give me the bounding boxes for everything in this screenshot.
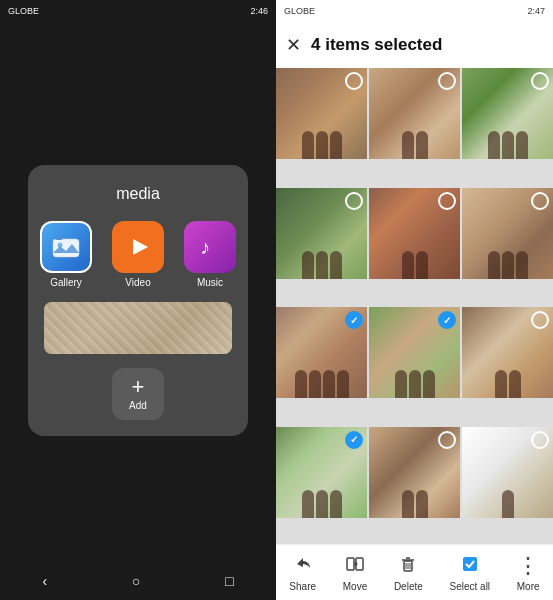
photo-cell-1[interactable] [276,68,367,159]
photo-people-10 [276,463,367,518]
photo-cell-8[interactable] [369,307,460,398]
svg-rect-4 [55,235,63,240]
photo-grid [276,68,553,544]
photo-people-6 [462,224,553,279]
photo-people-7 [276,343,367,398]
photo-cell-5[interactable] [369,188,460,279]
gallery-item[interactable]: Gallery [40,221,92,288]
photo-people-8 [369,343,460,398]
check-1[interactable] [345,72,363,90]
video-icon [123,232,153,262]
share-icon [293,554,313,579]
music-icon-box: ♪ [184,221,236,273]
check-10[interactable] [345,431,363,449]
photo-cell-6[interactable] [462,188,553,279]
photo-people-3 [462,104,553,159]
photo-cell-11[interactable] [369,427,460,518]
check-4[interactable] [345,192,363,210]
bottom-nav-left: ‹ ○ □ [0,562,276,600]
share-button[interactable]: Share [289,554,316,592]
home-button[interactable]: ○ [132,573,140,589]
svg-rect-14 [463,557,477,571]
delete-icon [398,554,418,579]
photo-people-4 [276,224,367,279]
move-icon [345,554,365,579]
carrier-right: GLOBE [284,6,315,16]
music-icon: ♪ [195,232,225,262]
photo-people-9 [462,343,553,398]
photo-people-2 [369,104,460,159]
top-bar: ✕ 4 items selected [276,22,553,68]
svg-text:♪: ♪ [200,236,210,258]
gallery-label: Gallery [50,277,82,288]
close-button[interactable]: ✕ [286,36,301,54]
right-panel: GLOBE 2:47 ✕ 4 items selected [276,0,553,600]
add-icon: + [132,376,145,398]
video-label: Video [125,277,150,288]
more-label: More [517,581,540,592]
add-button[interactable]: + Add [112,368,164,420]
check-5[interactable] [438,192,456,210]
photo-cell-2[interactable] [369,68,460,159]
check-7[interactable] [345,311,363,329]
photo-cell-10[interactable] [276,427,367,518]
status-bar-right: GLOBE 2:47 [276,0,553,22]
select-all-label: Select all [450,581,491,592]
preview-stripes [44,302,232,354]
carrier-left: GLOBE [8,6,39,16]
gallery-icon [50,231,82,263]
music-item[interactable]: ♪ Music [184,221,236,288]
check-6[interactable] [531,192,549,210]
share-label: Share [289,581,316,592]
photo-cell-4[interactable] [276,188,367,279]
back-button[interactable]: ‹ [42,573,47,589]
photo-people-5 [369,224,460,279]
check-2[interactable] [438,72,456,90]
move-button[interactable]: Move [343,554,367,592]
photo-cell-7[interactable] [276,307,367,398]
photo-cell-3[interactable] [462,68,553,159]
check-12[interactable] [531,431,549,449]
selection-title: 4 items selected [311,35,442,55]
photo-cell-9[interactable] [462,307,553,398]
select-all-button[interactable]: Select all [450,554,491,592]
check-3[interactable] [531,72,549,90]
select-all-icon [460,554,480,579]
left-panel: GLOBE 2:46 media Gallery [0,0,276,600]
photo-cell-12[interactable] [462,427,553,518]
time-left: 2:46 [250,6,268,16]
recent-button[interactable]: □ [225,573,233,589]
check-9[interactable] [531,311,549,329]
add-label: Add [129,400,147,411]
photo-people-12 [462,463,553,518]
video-icon-box [112,221,164,273]
bottom-toolbar: Share Move Delete Select all ⋮ More [276,544,553,600]
delete-label: Delete [394,581,423,592]
delete-button[interactable]: Delete [394,554,423,592]
move-label: Move [343,581,367,592]
media-icons-row: Gallery Video ♪ Music [40,221,236,288]
media-preview [44,302,232,354]
more-button[interactable]: ⋮ More [517,553,540,592]
video-item[interactable]: Video [112,221,164,288]
photo-people-11 [369,463,460,518]
status-bar-left: GLOBE 2:46 [0,0,276,22]
media-title: media [116,185,160,203]
more-icon: ⋮ [517,553,539,579]
time-right: 2:47 [527,6,545,16]
svg-marker-5 [133,239,148,255]
svg-rect-7 [347,558,354,570]
gallery-icon-box [40,221,92,273]
media-card: media Gallery [28,165,248,436]
music-label: Music [197,277,223,288]
check-11[interactable] [438,431,456,449]
check-8[interactable] [438,311,456,329]
photo-people-1 [276,104,367,159]
